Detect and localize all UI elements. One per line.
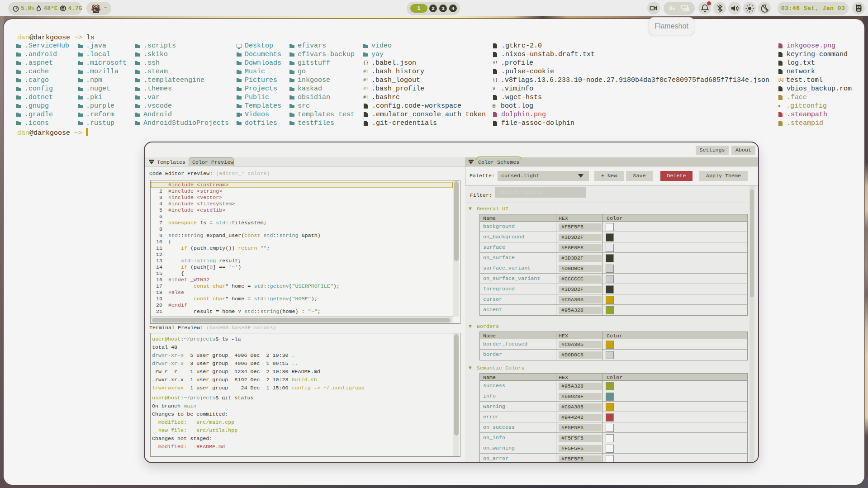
svg-text:>_: >_	[94, 8, 98, 12]
